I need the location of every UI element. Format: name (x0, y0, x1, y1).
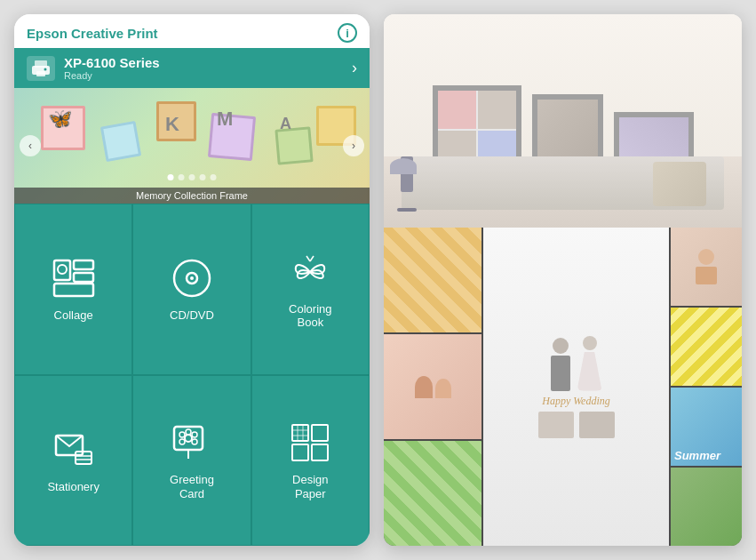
menu-item-greeting-card[interactable]: Greeting Card (132, 375, 251, 547)
photo-summer: Summer (671, 388, 742, 466)
room-section (384, 14, 742, 228)
wedding-script-text: Happy Wedding (542, 395, 610, 408)
photo-nature (671, 468, 742, 546)
svg-point-21 (192, 432, 197, 437)
dot-2 (179, 174, 185, 180)
app-header: Epson Creative Print i (14, 14, 370, 48)
photo-yellow-stripe (671, 308, 742, 386)
svg-point-23 (179, 439, 185, 444)
phone-panel: Epson Creative Print i XP-6100 Series Re… (14, 14, 370, 546)
feature-grid: Collage CD/DVD (14, 204, 370, 546)
wall-frame-2 (532, 94, 603, 165)
summer-text: Summer (674, 449, 720, 462)
frame-cell (438, 91, 476, 129)
stationery-icon (51, 427, 97, 473)
dot-1 (168, 174, 174, 180)
photo-plaid-bottom (384, 441, 481, 546)
craft-frame-2 (100, 121, 141, 162)
greeting-card-label: Greeting Card (170, 473, 214, 500)
photo-panel: Happy Wedding (384, 14, 742, 546)
hero-carousel: 🦋 K M A ‹ › Memory Collection Frame (14, 88, 370, 204)
carousel-next-button[interactable]: › (343, 135, 364, 156)
svg-line-13 (310, 256, 314, 261)
svg-rect-28 (312, 425, 328, 441)
svg-rect-18 (174, 427, 203, 450)
svg-rect-7 (74, 273, 93, 282)
svg-rect-8 (54, 284, 93, 296)
butterfly-icon: 🦋 (48, 108, 72, 131)
photo-children (384, 334, 481, 439)
svg-rect-6 (74, 260, 93, 269)
printer-status: Ready (64, 70, 160, 81)
carousel-prev-button[interactable]: ‹ (20, 135, 41, 156)
svg-point-11 (190, 276, 194, 280)
photo-child-portrait (671, 228, 742, 306)
svg-rect-2 (36, 71, 45, 76)
greeting-card-icon (169, 420, 215, 466)
cddvd-icon (169, 255, 215, 301)
svg-rect-29 (312, 444, 328, 460)
svg-rect-4 (54, 260, 70, 280)
coloring-book-label: Coloring Book (289, 302, 331, 330)
photo-plaid-top (384, 228, 481, 332)
svg-line-12 (306, 256, 310, 261)
letter-m: M (217, 108, 233, 131)
printer-info: XP-6100 Series Ready (27, 55, 160, 81)
photo-wedding-main: Happy Wedding (483, 228, 669, 546)
printer-name: XP-6100 Series (64, 55, 160, 70)
info-button[interactable]: i (338, 23, 357, 43)
design-paper-label: Design Paper (292, 473, 328, 500)
printer-icon (27, 56, 55, 81)
dot-3 (189, 174, 195, 180)
svg-rect-1 (35, 60, 47, 68)
collage-col-2: Happy Wedding (483, 228, 669, 546)
svg-point-5 (58, 265, 67, 274)
coloring-book-icon (287, 249, 333, 295)
svg-point-24 (179, 432, 185, 437)
menu-item-coloring-book[interactable]: Coloring Book (251, 204, 370, 375)
svg-rect-26 (292, 425, 308, 441)
menu-item-collage[interactable]: Collage (14, 204, 132, 375)
cddvd-label: CD/DVD (170, 308, 214, 323)
menu-item-stationery[interactable]: Stationery (14, 375, 132, 547)
frame-cell (478, 91, 516, 129)
svg-point-22 (192, 439, 197, 444)
svg-point-19 (185, 435, 192, 442)
collage-col-1 (384, 228, 481, 546)
menu-item-design-paper[interactable]: Design Paper (251, 375, 370, 547)
letter-k: K (165, 113, 179, 136)
svg-rect-27 (292, 444, 308, 460)
carousel-dots (168, 174, 217, 180)
printer-bar[interactable]: XP-6100 Series Ready › (14, 48, 370, 88)
design-paper-icon (287, 420, 333, 466)
collage-section: Happy Wedding (384, 228, 742, 546)
collage-icon (51, 255, 97, 301)
menu-item-cddvd[interactable]: CD/DVD (132, 204, 251, 375)
hero-caption: Memory Collection Frame (14, 188, 370, 204)
svg-point-3 (44, 68, 47, 70)
letter-a: A (280, 115, 291, 133)
stationery-label: Stationery (47, 480, 99, 494)
printer-chevron-icon: › (352, 59, 357, 77)
app-title: Epson Creative Print (27, 26, 158, 41)
collage-col-3: Summer (671, 228, 742, 546)
dot-4 (200, 174, 206, 180)
collage-label: Collage (54, 308, 93, 323)
dot-5 (211, 174, 217, 180)
